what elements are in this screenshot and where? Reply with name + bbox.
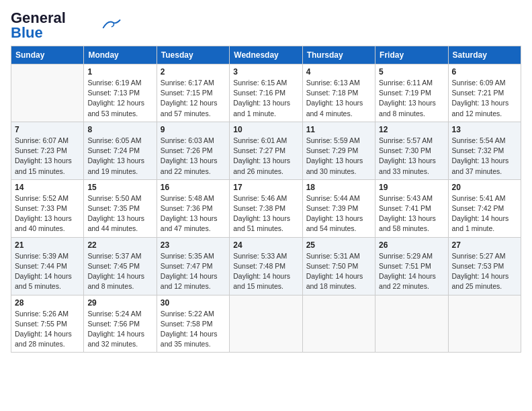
day-info: Sunrise: 5:37 AMSunset: 7:45 PMDaylight:…	[87, 251, 152, 292]
calendar-cell: 14Sunrise: 5:52 AMSunset: 7:33 PMDayligh…	[11, 179, 84, 237]
day-number: 3	[233, 67, 298, 77]
day-info: Sunrise: 5:59 AMSunset: 7:29 PMDaylight:…	[306, 136, 371, 177]
calendar-cell: 18Sunrise: 5:44 AMSunset: 7:39 PMDayligh…	[302, 179, 375, 237]
logo-bird-icon	[101, 18, 121, 30]
day-number: 10	[233, 125, 298, 134]
day-info: Sunrise: 5:39 AMSunset: 7:44 PMDaylight:…	[15, 251, 80, 292]
calendar-cell: 29Sunrise: 5:24 AMSunset: 7:56 PMDayligh…	[84, 295, 157, 353]
calendar-table: SundayMondayTuesdayWednesdayThursdayFrid…	[11, 46, 521, 353]
day-number: 18	[306, 183, 371, 192]
calendar-week-row: 1Sunrise: 6:19 AMSunset: 7:13 PMDaylight…	[11, 64, 521, 122]
day-number: 27	[452, 240, 517, 250]
weekday-header-row: SundayMondayTuesdayWednesdayThursdayFrid…	[11, 46, 521, 64]
day-info: Sunrise: 5:41 AMSunset: 7:42 PMDaylight:…	[452, 193, 517, 234]
day-info: Sunrise: 5:54 AMSunset: 7:32 PMDaylight:…	[452, 136, 517, 177]
day-number: 16	[161, 183, 226, 192]
day-info: Sunrise: 5:24 AMSunset: 7:56 PMDaylight:…	[87, 309, 152, 350]
calendar-cell: 3Sunrise: 6:15 AMSunset: 7:16 PMDaylight…	[230, 64, 302, 122]
day-number: 20	[452, 183, 517, 192]
day-number: 22	[87, 240, 152, 250]
day-number: 12	[379, 125, 444, 134]
day-number: 8	[87, 125, 152, 134]
day-info: Sunrise: 5:43 AMSunset: 7:41 PMDaylight:…	[379, 193, 444, 234]
calendar-cell	[375, 295, 448, 353]
calendar-cell: 11Sunrise: 5:59 AMSunset: 7:29 PMDayligh…	[302, 122, 375, 179]
day-info: Sunrise: 5:29 AMSunset: 7:51 PMDaylight:…	[379, 251, 444, 292]
day-info: Sunrise: 6:15 AMSunset: 7:16 PMDaylight:…	[233, 78, 298, 119]
day-info: Sunrise: 5:22 AMSunset: 7:58 PMDaylight:…	[161, 309, 226, 350]
day-number: 4	[306, 67, 371, 77]
day-number: 2	[161, 67, 226, 77]
day-number: 30	[161, 298, 226, 308]
day-info: Sunrise: 6:03 AMSunset: 7:26 PMDaylight:…	[161, 136, 226, 177]
day-info: Sunrise: 5:31 AMSunset: 7:50 PMDaylight:…	[306, 251, 371, 292]
calendar-cell: 23Sunrise: 5:35 AMSunset: 7:47 PMDayligh…	[157, 237, 229, 295]
day-info: Sunrise: 5:57 AMSunset: 7:30 PMDaylight:…	[379, 136, 444, 177]
page-header: GeneralBlue	[11, 11, 521, 40]
calendar-cell: 25Sunrise: 5:31 AMSunset: 7:50 PMDayligh…	[302, 237, 375, 295]
weekday-header-friday: Friday	[375, 46, 448, 64]
weekday-header-tuesday: Tuesday	[157, 46, 229, 64]
day-info: Sunrise: 6:17 AMSunset: 7:15 PMDaylight:…	[161, 78, 226, 119]
weekday-header-monday: Monday	[84, 46, 157, 64]
day-info: Sunrise: 6:13 AMSunset: 7:18 PMDaylight:…	[306, 78, 371, 119]
calendar-cell: 5Sunrise: 6:11 AMSunset: 7:19 PMDaylight…	[375, 64, 448, 122]
day-info: Sunrise: 6:07 AMSunset: 7:23 PMDaylight:…	[15, 136, 80, 177]
calendar-cell: 28Sunrise: 5:26 AMSunset: 7:55 PMDayligh…	[11, 295, 84, 353]
logo: GeneralBlue	[11, 11, 121, 40]
calendar-week-row: 7Sunrise: 6:07 AMSunset: 7:23 PMDaylight…	[11, 122, 521, 179]
calendar-cell: 17Sunrise: 5:46 AMSunset: 7:38 PMDayligh…	[230, 179, 302, 237]
calendar-cell: 21Sunrise: 5:39 AMSunset: 7:44 PMDayligh…	[11, 237, 84, 295]
day-number: 24	[233, 240, 298, 250]
weekday-header-sunday: Sunday	[11, 46, 84, 64]
calendar-cell	[11, 64, 84, 122]
day-number: 26	[379, 240, 444, 250]
day-number: 6	[452, 67, 517, 77]
calendar-cell: 26Sunrise: 5:29 AMSunset: 7:51 PMDayligh…	[375, 237, 448, 295]
day-info: Sunrise: 6:19 AMSunset: 7:13 PMDaylight:…	[87, 78, 152, 119]
logo-text: GeneralBlue	[11, 11, 66, 40]
day-info: Sunrise: 5:48 AMSunset: 7:36 PMDaylight:…	[161, 193, 226, 234]
weekday-header-wednesday: Wednesday	[230, 46, 302, 64]
day-number: 17	[233, 183, 298, 192]
calendar-cell: 12Sunrise: 5:57 AMSunset: 7:30 PMDayligh…	[375, 122, 448, 179]
day-number: 29	[87, 298, 152, 308]
day-number: 25	[306, 240, 371, 250]
calendar-cell: 10Sunrise: 6:01 AMSunset: 7:27 PMDayligh…	[230, 122, 302, 179]
calendar-cell: 16Sunrise: 5:48 AMSunset: 7:36 PMDayligh…	[157, 179, 229, 237]
day-number: 14	[15, 183, 80, 192]
day-number: 23	[161, 240, 226, 250]
day-number: 1	[87, 67, 152, 77]
day-number: 19	[379, 183, 444, 192]
calendar-week-row: 21Sunrise: 5:39 AMSunset: 7:44 PMDayligh…	[11, 237, 521, 295]
day-number: 28	[15, 298, 80, 308]
day-info: Sunrise: 5:44 AMSunset: 7:39 PMDaylight:…	[306, 193, 371, 234]
day-info: Sunrise: 5:33 AMSunset: 7:48 PMDaylight:…	[233, 251, 298, 292]
day-info: Sunrise: 6:01 AMSunset: 7:27 PMDaylight:…	[233, 136, 298, 177]
day-info: Sunrise: 6:09 AMSunset: 7:21 PMDaylight:…	[452, 78, 517, 119]
weekday-header-saturday: Saturday	[448, 46, 521, 64]
day-info: Sunrise: 6:11 AMSunset: 7:19 PMDaylight:…	[379, 78, 444, 119]
calendar-cell: 4Sunrise: 6:13 AMSunset: 7:18 PMDaylight…	[302, 64, 375, 122]
day-number: 21	[15, 240, 80, 250]
day-info: Sunrise: 6:05 AMSunset: 7:24 PMDaylight:…	[87, 136, 152, 177]
day-info: Sunrise: 5:52 AMSunset: 7:33 PMDaylight:…	[15, 193, 80, 234]
calendar-cell	[230, 295, 302, 353]
day-number: 9	[161, 125, 226, 134]
calendar-cell	[302, 295, 375, 353]
calendar-cell: 19Sunrise: 5:43 AMSunset: 7:41 PMDayligh…	[375, 179, 448, 237]
calendar-week-row: 14Sunrise: 5:52 AMSunset: 7:33 PMDayligh…	[11, 179, 521, 237]
calendar-cell: 15Sunrise: 5:50 AMSunset: 7:35 PMDayligh…	[84, 179, 157, 237]
day-info: Sunrise: 5:26 AMSunset: 7:55 PMDaylight:…	[15, 309, 80, 350]
day-info: Sunrise: 5:35 AMSunset: 7:47 PMDaylight:…	[161, 251, 226, 292]
calendar-cell: 6Sunrise: 6:09 AMSunset: 7:21 PMDaylight…	[448, 64, 521, 122]
weekday-header-thursday: Thursday	[302, 46, 375, 64]
calendar-cell: 9Sunrise: 6:03 AMSunset: 7:26 PMDaylight…	[157, 122, 229, 179]
day-number: 7	[15, 125, 80, 134]
day-info: Sunrise: 5:46 AMSunset: 7:38 PMDaylight:…	[233, 193, 298, 234]
calendar-cell: 20Sunrise: 5:41 AMSunset: 7:42 PMDayligh…	[448, 179, 521, 237]
day-number: 15	[87, 183, 152, 192]
calendar-cell: 8Sunrise: 6:05 AMSunset: 7:24 PMDaylight…	[84, 122, 157, 179]
calendar-cell: 7Sunrise: 6:07 AMSunset: 7:23 PMDaylight…	[11, 122, 84, 179]
day-number: 13	[452, 125, 517, 134]
